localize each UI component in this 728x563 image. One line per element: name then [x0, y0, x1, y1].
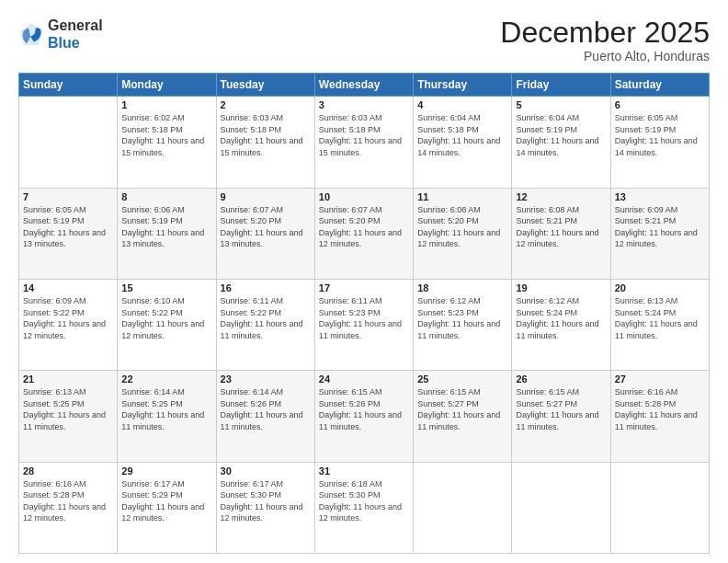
calendar-cell: 30Sunrise: 6:17 AMSunset: 5:30 PMDayligh… [216, 462, 314, 553]
day-info: Sunrise: 6:04 AMSunset: 5:18 PMDaylight:… [417, 112, 507, 158]
day-info: Sunrise: 6:04 AMSunset: 5:19 PMDaylight:… [516, 112, 606, 158]
day-info: Sunrise: 6:11 AMSunset: 5:22 PMDaylight:… [221, 295, 311, 341]
day-number: 14 [23, 282, 113, 293]
calendar-cell: 3Sunrise: 6:03 AMSunset: 5:18 PMDaylight… [314, 97, 413, 188]
day-info: Sunrise: 6:08 AMSunset: 5:20 PMDaylight:… [417, 204, 507, 250]
logo-blue: Blue [48, 34, 103, 52]
day-info: Sunrise: 6:16 AMSunset: 5:28 PMDaylight:… [23, 478, 113, 524]
day-info: Sunrise: 6:09 AMSunset: 5:21 PMDaylight:… [615, 204, 705, 250]
day-number: 13 [615, 191, 705, 202]
calendar-row: 28Sunrise: 6:16 AMSunset: 5:28 PMDayligh… [19, 462, 710, 553]
day-number: 16 [221, 282, 311, 293]
calendar-cell: 16Sunrise: 6:11 AMSunset: 5:22 PMDayligh… [216, 279, 314, 370]
day-number: 10 [319, 191, 409, 202]
calendar-cell: 8Sunrise: 6:06 AMSunset: 5:19 PMDaylight… [118, 188, 216, 279]
day-number: 30 [221, 465, 311, 477]
day-number: 12 [516, 191, 606, 202]
calendar-cell: 12Sunrise: 6:08 AMSunset: 5:21 PMDayligh… [512, 188, 610, 279]
calendar-cell: 20Sunrise: 6:13 AMSunset: 5:24 PMDayligh… [610, 279, 709, 370]
month-title: December 2025 [500, 17, 710, 49]
day-number: 31 [319, 465, 409, 477]
header: General Blue December 2025 Puerto Alto, … [18, 17, 710, 63]
calendar-cell: 11Sunrise: 6:08 AMSunset: 5:20 PMDayligh… [414, 188, 512, 279]
calendar-cell [610, 462, 709, 553]
day-number: 1 [121, 99, 211, 110]
calendar-cell: 14Sunrise: 6:09 AMSunset: 5:22 PMDayligh… [19, 279, 118, 370]
col-header-sunday: Sunday [19, 74, 118, 97]
calendar-cell: 21Sunrise: 6:13 AMSunset: 5:25 PMDayligh… [19, 371, 118, 462]
calendar-cell: 6Sunrise: 6:05 AMSunset: 5:19 PMDaylight… [610, 97, 709, 188]
day-number: 20 [615, 282, 705, 293]
col-header-friday: Friday [512, 74, 610, 97]
calendar-cell: 23Sunrise: 6:14 AMSunset: 5:26 PMDayligh… [216, 371, 314, 462]
day-number: 17 [319, 282, 409, 293]
subtitle: Puerto Alto, Honduras [500, 49, 710, 63]
day-info: Sunrise: 6:17 AMSunset: 5:30 PMDaylight:… [221, 478, 311, 524]
day-number: 29 [121, 465, 211, 477]
logo-icon [18, 21, 44, 47]
day-info: Sunrise: 6:12 AMSunset: 5:23 PMDaylight:… [417, 295, 507, 341]
day-number: 6 [615, 99, 705, 110]
calendar-cell: 5Sunrise: 6:04 AMSunset: 5:19 PMDaylight… [512, 97, 610, 188]
day-number: 2 [221, 99, 311, 110]
day-number: 3 [319, 99, 409, 110]
calendar-row: 1Sunrise: 6:02 AMSunset: 5:18 PMDaylight… [19, 97, 710, 188]
page: General Blue December 2025 Puerto Alto, … [0, 0, 728, 563]
col-header-saturday: Saturday [610, 74, 709, 97]
day-number: 21 [23, 373, 113, 385]
day-info: Sunrise: 6:18 AMSunset: 5:30 PMDaylight:… [319, 478, 409, 524]
calendar-cell: 18Sunrise: 6:12 AMSunset: 5:23 PMDayligh… [414, 279, 512, 370]
col-header-tuesday: Tuesday [216, 74, 314, 97]
day-info: Sunrise: 6:16 AMSunset: 5:28 PMDaylight:… [615, 386, 705, 432]
day-info: Sunrise: 6:10 AMSunset: 5:22 PMDaylight:… [121, 295, 211, 341]
calendar-table: SundayMondayTuesdayWednesdayThursdayFrid… [18, 73, 710, 554]
calendar-cell: 26Sunrise: 6:15 AMSunset: 5:27 PMDayligh… [512, 371, 610, 462]
day-info: Sunrise: 6:13 AMSunset: 5:25 PMDaylight:… [23, 386, 113, 432]
calendar-cell: 28Sunrise: 6:16 AMSunset: 5:28 PMDayligh… [19, 462, 118, 553]
calendar-row: 21Sunrise: 6:13 AMSunset: 5:25 PMDayligh… [19, 371, 710, 462]
day-info: Sunrise: 6:09 AMSunset: 5:22 PMDaylight:… [23, 295, 113, 341]
day-info: Sunrise: 6:12 AMSunset: 5:24 PMDaylight:… [516, 295, 606, 341]
day-number: 9 [221, 191, 311, 202]
calendar-cell: 4Sunrise: 6:04 AMSunset: 5:18 PMDaylight… [414, 97, 512, 188]
calendar-cell: 19Sunrise: 6:12 AMSunset: 5:24 PMDayligh… [512, 279, 610, 370]
calendar-cell [512, 462, 610, 553]
calendar-cell: 22Sunrise: 6:14 AMSunset: 5:25 PMDayligh… [118, 371, 216, 462]
calendar-cell: 27Sunrise: 6:16 AMSunset: 5:28 PMDayligh… [610, 371, 709, 462]
col-header-wednesday: Wednesday [314, 74, 413, 97]
day-info: Sunrise: 6:08 AMSunset: 5:21 PMDaylight:… [516, 204, 606, 250]
day-number: 4 [417, 99, 507, 110]
calendar-cell: 7Sunrise: 6:05 AMSunset: 5:19 PMDaylight… [19, 188, 118, 279]
day-info: Sunrise: 6:07 AMSunset: 5:20 PMDaylight:… [319, 204, 409, 250]
day-number: 8 [121, 191, 211, 202]
day-info: Sunrise: 6:13 AMSunset: 5:24 PMDaylight:… [615, 295, 705, 341]
calendar-cell: 9Sunrise: 6:07 AMSunset: 5:20 PMDaylight… [216, 188, 314, 279]
col-header-monday: Monday [118, 74, 216, 97]
day-info: Sunrise: 6:02 AMSunset: 5:18 PMDaylight:… [121, 112, 211, 158]
day-info: Sunrise: 6:15 AMSunset: 5:27 PMDaylight:… [417, 386, 507, 432]
logo-text: General Blue [48, 17, 103, 52]
calendar-cell: 1Sunrise: 6:02 AMSunset: 5:18 PMDaylight… [118, 97, 216, 188]
calendar-cell [19, 97, 118, 188]
day-info: Sunrise: 6:07 AMSunset: 5:20 PMDaylight:… [221, 204, 311, 250]
day-number: 18 [417, 282, 507, 293]
calendar-cell: 29Sunrise: 6:17 AMSunset: 5:29 PMDayligh… [118, 462, 216, 553]
day-info: Sunrise: 6:05 AMSunset: 5:19 PMDaylight:… [615, 112, 705, 158]
calendar-cell: 17Sunrise: 6:11 AMSunset: 5:23 PMDayligh… [314, 279, 413, 370]
calendar-cell: 24Sunrise: 6:15 AMSunset: 5:26 PMDayligh… [314, 371, 413, 462]
day-number: 28 [23, 465, 113, 477]
calendar-cell: 10Sunrise: 6:07 AMSunset: 5:20 PMDayligh… [314, 188, 413, 279]
day-info: Sunrise: 6:05 AMSunset: 5:19 PMDaylight:… [23, 204, 113, 250]
day-info: Sunrise: 6:14 AMSunset: 5:25 PMDaylight:… [121, 386, 211, 432]
day-info: Sunrise: 6:15 AMSunset: 5:27 PMDaylight:… [516, 386, 606, 432]
day-number: 7 [23, 191, 113, 202]
day-info: Sunrise: 6:06 AMSunset: 5:19 PMDaylight:… [121, 204, 211, 250]
day-number: 23 [221, 373, 311, 385]
day-number: 24 [319, 373, 409, 385]
calendar-cell: 15Sunrise: 6:10 AMSunset: 5:22 PMDayligh… [118, 279, 216, 370]
day-number: 25 [417, 373, 507, 385]
calendar-row: 7Sunrise: 6:05 AMSunset: 5:19 PMDaylight… [19, 188, 710, 279]
day-number: 11 [417, 191, 507, 202]
calendar-cell: 13Sunrise: 6:09 AMSunset: 5:21 PMDayligh… [610, 188, 709, 279]
calendar-cell: 25Sunrise: 6:15 AMSunset: 5:27 PMDayligh… [414, 371, 512, 462]
